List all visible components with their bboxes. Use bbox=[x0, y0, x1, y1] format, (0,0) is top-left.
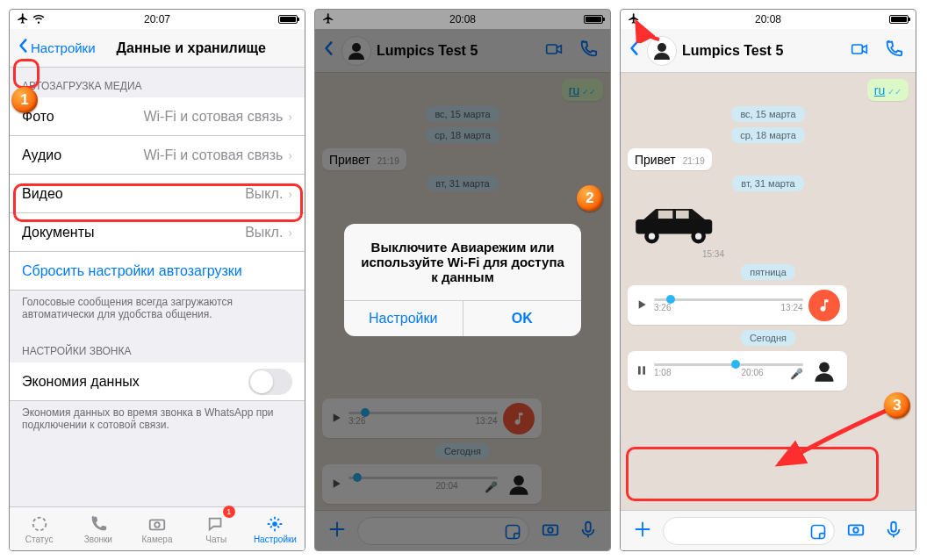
row-data-saver: Экономия данных bbox=[10, 363, 305, 401]
row-documents[interactable]: Документы Выкл. › bbox=[10, 213, 305, 252]
car-sticker bbox=[628, 197, 724, 249]
airplane-alert: Выключите Авиарежим или используйте Wi-F… bbox=[344, 224, 581, 336]
chat-input-bar bbox=[621, 510, 916, 550]
voice-call-icon[interactable] bbox=[877, 39, 910, 62]
svg-rect-14 bbox=[658, 210, 673, 218]
alert-settings-button[interactable]: Настройки bbox=[344, 301, 463, 336]
video-call-icon[interactable] bbox=[842, 40, 877, 61]
mic-icon[interactable] bbox=[877, 520, 910, 542]
date-chip: вс, 15 марта bbox=[731, 106, 804, 122]
row-video[interactable]: Видео Выкл. › bbox=[10, 175, 305, 213]
date-chip: вт, 31 марта bbox=[732, 176, 803, 191]
svg-rect-24 bbox=[849, 525, 864, 535]
footnote-call: Экономия данных во время звонка в WhatsA… bbox=[10, 401, 305, 443]
chevron-right-icon: › bbox=[288, 226, 292, 240]
svg-point-22 bbox=[819, 363, 830, 373]
tab-status[interactable]: Статус bbox=[10, 507, 68, 550]
svg-rect-21 bbox=[643, 366, 645, 374]
svg-point-2 bbox=[154, 522, 160, 528]
back-chevron-icon[interactable] bbox=[15, 37, 31, 59]
chevron-right-icon: › bbox=[288, 148, 292, 162]
svg-rect-12 bbox=[852, 45, 863, 54]
phone-settings: 20:07 Настройки Данные и хранилище АВТОЗ… bbox=[9, 9, 305, 551]
svg-rect-15 bbox=[676, 210, 689, 218]
svg-rect-23 bbox=[812, 525, 825, 538]
back-label[interactable]: Настройки bbox=[31, 40, 96, 55]
chevron-right-icon: › bbox=[288, 110, 292, 124]
tab-settings[interactable]: Настройки bbox=[246, 507, 305, 550]
alert-overlay: Выключите Авиарежим или используйте Wi-F… bbox=[315, 10, 610, 550]
data-saver-toggle[interactable] bbox=[248, 369, 292, 395]
tab-camera[interactable]: Камера bbox=[127, 507, 186, 550]
media-header: АВТОЗАГРУЗКА МЕДИА bbox=[10, 68, 305, 97]
chevron-right-icon: › bbox=[288, 187, 292, 201]
callout-badge-1: 1 bbox=[11, 87, 38, 113]
nav-title: Данные и хранилище bbox=[96, 40, 287, 56]
reset-autodownload[interactable]: Сбросить настройки автозагрузки bbox=[10, 252, 305, 291]
status-time: 20:08 bbox=[621, 13, 916, 25]
message-out: ru ✓✓ bbox=[867, 79, 909, 101]
attach-icon[interactable] bbox=[626, 520, 659, 542]
tab-calls[interactable]: Звонки bbox=[68, 507, 127, 550]
status-time: 20:07 bbox=[10, 13, 305, 25]
sticker-message: 15:34 bbox=[628, 197, 724, 259]
phone-chat-playing: 20:08 Lumpics Test 5 ru ✓✓ вс, 15 марта … bbox=[620, 9, 916, 551]
nav-bar: Настройки Данные и хранилище bbox=[10, 29, 305, 68]
tab-chats[interactable]: Чаты 1 bbox=[187, 507, 246, 550]
svg-point-25 bbox=[853, 528, 859, 533]
date-chip: ср, 18 марта bbox=[731, 127, 805, 143]
battery-icon bbox=[889, 15, 909, 24]
message-input[interactable] bbox=[663, 517, 835, 545]
sticker-icon[interactable] bbox=[809, 523, 827, 544]
battery-icon bbox=[278, 15, 298, 24]
audio-message[interactable]: 3:2613:24 bbox=[628, 285, 847, 325]
date-chip: пятница bbox=[741, 264, 795, 280]
sender-avatar bbox=[808, 355, 840, 387]
footnote-media: Голосовые сообщения всегда загружаются а… bbox=[10, 291, 305, 333]
svg-rect-20 bbox=[638, 366, 641, 374]
status-bar: 20:07 bbox=[10, 10, 305, 29]
tab-bar: Статус Звонки Камера Чаты 1 Настройки bbox=[10, 506, 305, 550]
callout-badge-3: 3 bbox=[884, 392, 910, 419]
chat-navbar: Lumpics Test 5 bbox=[621, 29, 916, 73]
chat-area: ru ✓✓ вс, 15 марта ср, 18 марта Привет21… bbox=[621, 73, 916, 510]
alert-message: Выключите Авиарежим или используйте Wi-F… bbox=[344, 224, 581, 301]
back-chevron-icon[interactable] bbox=[626, 39, 642, 61]
svg-point-19 bbox=[695, 233, 701, 239]
row-photo[interactable]: Фото Wi-Fi и сотовая связь › bbox=[10, 97, 305, 136]
date-chip: Сегодня bbox=[741, 330, 795, 346]
camera-icon[interactable] bbox=[838, 520, 873, 542]
chats-badge: 1 bbox=[223, 506, 235, 518]
call-header: НАСТРОЙКИ ЗВОНКА bbox=[10, 333, 305, 363]
phone-chat-alert: 20:08 Lumpics Test 5 ru ✓✓ вс, 15 марта … bbox=[314, 9, 611, 551]
svg-point-0 bbox=[32, 517, 46, 530]
pause-icon[interactable] bbox=[635, 363, 649, 380]
svg-point-3 bbox=[273, 521, 278, 527]
airplane-icon bbox=[628, 12, 640, 27]
music-icon bbox=[808, 290, 840, 321]
svg-rect-26 bbox=[891, 521, 896, 531]
wifi-icon bbox=[32, 12, 45, 27]
callout-badge-2: 2 bbox=[577, 185, 603, 212]
alert-ok-button[interactable]: OK bbox=[463, 301, 582, 336]
svg-point-11 bbox=[657, 43, 666, 52]
airplane-icon bbox=[17, 12, 29, 27]
contact-avatar[interactable] bbox=[647, 36, 677, 66]
play-icon[interactable] bbox=[635, 298, 649, 314]
voice-message-playing[interactable]: 1:0820:06🎤 bbox=[628, 351, 847, 391]
message-in: Привет21:19 bbox=[628, 148, 712, 170]
svg-rect-1 bbox=[150, 520, 165, 529]
status-bar: 20:08 bbox=[621, 10, 916, 29]
svg-point-17 bbox=[649, 233, 655, 239]
contact-name[interactable]: Lumpics Test 5 bbox=[682, 43, 842, 59]
row-audio[interactable]: Аудио Wi-Fi и сотовая связь › bbox=[10, 136, 305, 175]
